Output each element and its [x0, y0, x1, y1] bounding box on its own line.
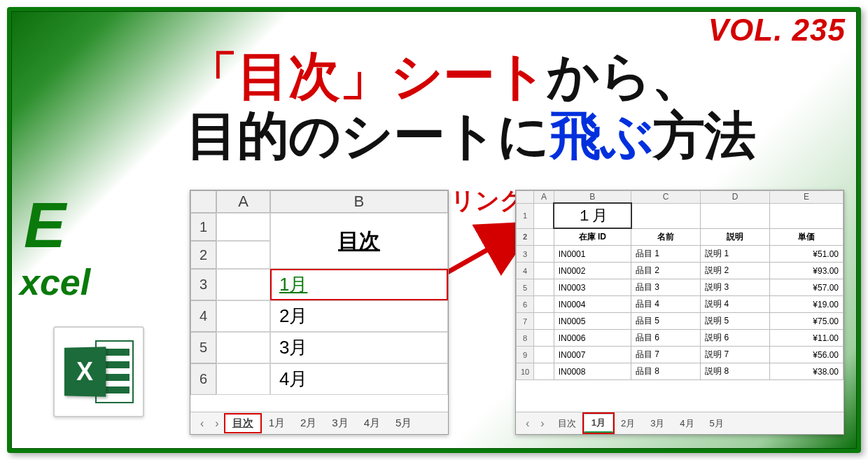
- cell[interactable]: [216, 300, 270, 332]
- sheet-title-cell[interactable]: １月: [554, 203, 631, 228]
- cell[interactable]: [701, 203, 770, 228]
- row-header[interactable]: 5: [190, 332, 216, 363]
- row-header[interactable]: 6: [190, 363, 216, 395]
- tab-nav-next[interactable]: ›: [535, 417, 550, 430]
- cell[interactable]: 説明 2: [701, 263, 770, 279]
- cell[interactable]: [534, 347, 554, 363]
- cell[interactable]: [534, 279, 554, 296]
- col-header-A[interactable]: A: [216, 190, 270, 213]
- cell[interactable]: ¥11.00: [770, 330, 844, 347]
- row-header[interactable]: 3: [190, 269, 216, 300]
- cell[interactable]: [534, 246, 554, 263]
- cell[interactable]: [534, 313, 554, 330]
- cell[interactable]: 品目 2: [631, 263, 701, 279]
- cell[interactable]: 品目 1: [631, 246, 701, 263]
- cell[interactable]: IN0005: [554, 313, 631, 330]
- corner-cell[interactable]: [517, 191, 534, 204]
- cell[interactable]: [216, 269, 270, 300]
- cell[interactable]: [216, 241, 270, 269]
- sheet-tab-toc[interactable]: 目次: [225, 414, 261, 433]
- cell[interactable]: [770, 203, 844, 228]
- corner-cell[interactable]: [190, 190, 216, 213]
- cell[interactable]: 品目 4: [631, 296, 701, 313]
- sheet-tab-1month[interactable]: 1月: [584, 414, 613, 433]
- row-header[interactable]: 7: [517, 313, 534, 330]
- sheet-tab[interactable]: 3月: [324, 414, 356, 433]
- cell[interactable]: 説明 1: [701, 246, 770, 263]
- row-header[interactable]: 3: [517, 246, 534, 263]
- sheet-tab[interactable]: 目次: [550, 414, 584, 433]
- cell[interactable]: 説明 6: [701, 330, 770, 347]
- col-header[interactable]: E: [770, 191, 844, 204]
- cell[interactable]: 説明 7: [701, 347, 770, 363]
- cell[interactable]: 説明 3: [701, 279, 770, 296]
- cell[interactable]: IN0003: [554, 279, 631, 296]
- col-header-B[interactable]: B: [270, 190, 448, 213]
- cell[interactable]: IN0006: [554, 330, 631, 347]
- col-header[interactable]: B: [554, 191, 631, 204]
- cell[interactable]: ¥56.00: [770, 347, 844, 363]
- sheet-tab[interactable]: 5月: [702, 414, 732, 433]
- row-header[interactable]: 8: [517, 330, 534, 347]
- cell[interactable]: ¥38.00: [770, 363, 844, 380]
- row-header[interactable]: 9: [517, 347, 534, 363]
- table-header[interactable]: 名前: [631, 228, 701, 246]
- cell[interactable]: IN0008: [554, 363, 631, 380]
- table-header[interactable]: 在庫 ID: [554, 228, 631, 246]
- cell[interactable]: 品目 7: [631, 347, 701, 363]
- cell[interactable]: [534, 330, 554, 347]
- cell[interactable]: [216, 332, 270, 363]
- toc-item[interactable]: 3月: [270, 332, 448, 363]
- row-header[interactable]: 1: [517, 203, 534, 228]
- cell[interactable]: 品目 5: [631, 313, 701, 330]
- cell[interactable]: [534, 296, 554, 313]
- cell[interactable]: 品目 3: [631, 279, 701, 296]
- cell[interactable]: 品目 6: [631, 330, 701, 347]
- sheet-tab[interactable]: 3月: [643, 414, 672, 433]
- row-header[interactable]: 5: [517, 279, 534, 296]
- cell[interactable]: [534, 203, 554, 228]
- row-header[interactable]: 6: [517, 296, 534, 313]
- row-header[interactable]: 1: [190, 213, 216, 241]
- cell[interactable]: [534, 263, 554, 279]
- toc-heading[interactable]: 目次: [270, 213, 448, 269]
- cell[interactable]: 説明 5: [701, 313, 770, 330]
- cell[interactable]: IN0001: [554, 246, 631, 263]
- row-header[interactable]: 10: [517, 363, 534, 380]
- cell[interactable]: IN0002: [554, 263, 631, 279]
- row-header[interactable]: 4: [190, 300, 216, 332]
- col-header[interactable]: D: [701, 191, 770, 204]
- col-header[interactable]: A: [534, 191, 554, 204]
- cell[interactable]: ¥19.00: [770, 296, 844, 313]
- cell[interactable]: ¥51.00: [770, 246, 844, 263]
- toc-item[interactable]: 2月: [270, 300, 448, 332]
- sheet-tab[interactable]: 4月: [672, 414, 701, 433]
- cell[interactable]: [534, 228, 554, 246]
- row-header[interactable]: 2: [190, 241, 216, 269]
- cell[interactable]: 説明 8: [701, 363, 770, 380]
- table-header[interactable]: 単価: [770, 228, 844, 246]
- tab-nav-next[interactable]: ›: [209, 417, 224, 430]
- row-header[interactable]: 2: [517, 228, 534, 246]
- toc-item[interactable]: 4月: [270, 363, 448, 395]
- cell[interactable]: [631, 203, 701, 228]
- row-header[interactable]: 4: [517, 263, 534, 279]
- sheet-tab[interactable]: 2月: [613, 414, 643, 433]
- cell[interactable]: 品目 8: [631, 363, 701, 380]
- cell[interactable]: ¥57.00: [770, 279, 844, 296]
- toc-link-1month[interactable]: 1月: [270, 269, 448, 300]
- cell[interactable]: ¥75.00: [770, 313, 844, 330]
- sheet-tab[interactable]: 2月: [293, 414, 324, 433]
- cell[interactable]: 説明 4: [701, 296, 770, 313]
- tab-nav-prev[interactable]: ‹: [195, 417, 209, 430]
- col-header[interactable]: C: [631, 191, 701, 204]
- cell[interactable]: IN0007: [554, 347, 631, 363]
- cell[interactable]: [534, 363, 554, 380]
- tab-nav-prev[interactable]: ‹: [520, 417, 535, 430]
- table-header[interactable]: 説明: [701, 228, 770, 246]
- cell[interactable]: [216, 213, 270, 241]
- sheet-tab[interactable]: 4月: [356, 414, 388, 433]
- sheet-tab[interactable]: 5月: [388, 414, 419, 433]
- cell[interactable]: ¥93.00: [770, 263, 844, 279]
- cell[interactable]: [216, 363, 270, 395]
